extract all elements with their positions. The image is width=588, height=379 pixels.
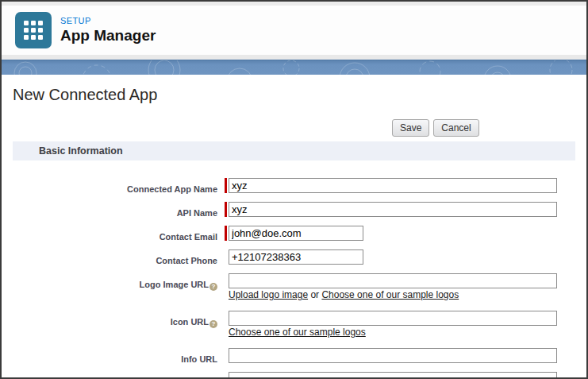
field-label: Connected App Name <box>127 184 217 194</box>
app-manager-window: SETUP App Manager New Connected App Save… <box>0 0 588 379</box>
waffle-grid-icon <box>15 12 52 48</box>
page-title: New Connected App <box>13 75 575 104</box>
field-label-cell: Contact Phone <box>13 249 217 267</box>
setup-breadcrumb[interactable]: SETUP <box>60 16 156 25</box>
input-wrapper <box>229 249 363 265</box>
help-icon[interactable]: ? <box>209 283 217 291</box>
band-swirl-pattern <box>2 60 586 75</box>
form-field-row: Info URL <box>13 348 575 365</box>
field-input-cell: Upload logo image or Choose one of our s… <box>229 273 557 304</box>
section-header-basic-information: Basic Information <box>13 141 575 160</box>
form-field-row: Connected App Name <box>13 178 575 195</box>
page-header-title: App Manager <box>60 27 156 44</box>
waffle-grid-glyph <box>23 20 44 41</box>
field-label-cell: Description? <box>13 372 217 379</box>
contact-email-input[interactable] <box>229 226 363 241</box>
field-label: Logo Image URL <box>140 280 209 289</box>
input-wrapper <box>229 372 557 379</box>
form-field-row: Contact Phone <box>13 249 575 267</box>
field-link[interactable]: Choose one of our sample logos <box>321 289 459 300</box>
link-separator: or <box>308 289 321 300</box>
form-field-row: Icon URL? Choose one of our sample logos <box>13 311 575 342</box>
field-label-cell: Connected App Name <box>13 178 217 195</box>
save-button[interactable]: Save <box>392 119 429 137</box>
cancel-button[interactable]: Cancel <box>433 119 478 137</box>
form-rows: Connected App Name API Name Contact Emai… <box>13 178 575 379</box>
form-field-row: Logo Image URL? Upload logo image or Cho… <box>13 273 575 304</box>
field-label-cell: Info URL <box>13 348 217 365</box>
api-name-input[interactable] <box>229 202 557 217</box>
field-label-cell: Contact Email <box>13 226 217 243</box>
description-input[interactable] <box>229 372 557 379</box>
field-input-cell <box>229 348 557 365</box>
input-wrapper <box>229 348 557 363</box>
field-link[interactable]: Upload logo image <box>229 289 308 300</box>
logo-image-url-input[interactable] <box>229 273 557 288</box>
field-input-cell <box>229 226 363 243</box>
field-links-line: Choose one of our sample logos <box>229 327 557 338</box>
input-wrapper <box>229 202 557 217</box>
field-links-line: Upload logo image or Choose one of our s… <box>229 289 557 300</box>
main-content: New Connected App Save Cancel Basic Info… <box>2 75 586 379</box>
form-field-row: Description? <box>13 372 575 379</box>
connected-app-name-input[interactable] <box>229 178 557 193</box>
field-label-cell: Icon URL? <box>13 311 217 342</box>
field-link[interactable]: Choose one of our sample logos <box>229 327 366 338</box>
setup-header: SETUP App Manager <box>2 6 586 55</box>
form-field-row: API Name <box>13 202 575 219</box>
icon-url-input[interactable] <box>229 311 557 326</box>
contact-phone-input[interactable] <box>229 249 363 265</box>
input-wrapper <box>229 178 557 193</box>
info-url-input[interactable] <box>229 348 557 363</box>
input-wrapper <box>229 226 363 241</box>
input-wrapper <box>229 273 557 288</box>
header-text: SETUP App Manager <box>60 16 156 44</box>
field-input-cell <box>229 178 557 195</box>
field-label: API Name <box>177 208 217 218</box>
field-label: Contact Phone <box>156 256 217 265</box>
field-input-cell: Choose one of our sample logos <box>229 311 557 342</box>
field-label: Icon URL <box>171 317 209 327</box>
form-action-buttons: Save Cancel <box>392 119 575 137</box>
field-input-cell <box>229 249 363 267</box>
field-label-cell: Logo Image URL? <box>13 273 217 304</box>
field-label: Info URL <box>181 354 217 364</box>
decorative-blue-band <box>2 60 586 75</box>
field-label: Contact Email <box>159 232 217 242</box>
field-input-cell <box>229 202 557 219</box>
field-input-cell <box>229 372 557 379</box>
input-wrapper <box>229 311 557 326</box>
form-field-row: Contact Email <box>13 226 575 243</box>
basic-information-form: Connected App Name API Name Contact Emai… <box>13 160 575 379</box>
help-icon[interactable]: ? <box>209 320 217 328</box>
field-label-cell: API Name <box>13 202 217 219</box>
